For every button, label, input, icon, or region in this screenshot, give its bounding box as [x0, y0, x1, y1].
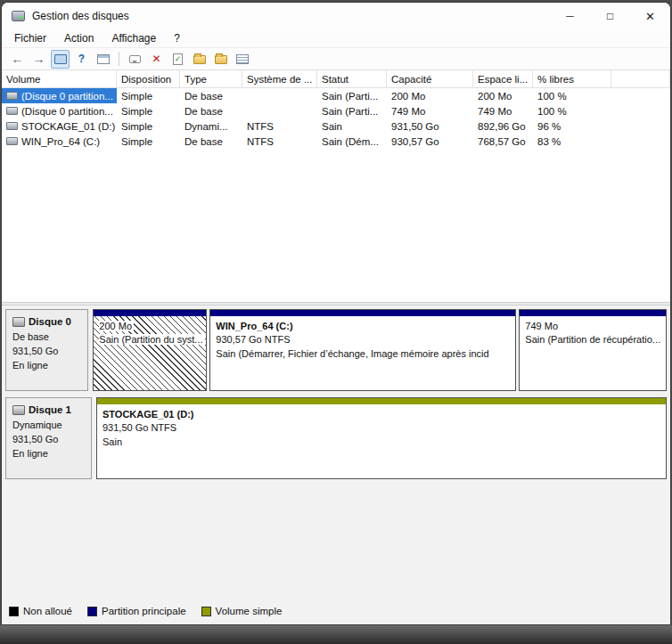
volume-status: Sain	[102, 436, 660, 449]
disk-type: De base	[12, 330, 81, 345]
legend: Non alloué Partition principale Volume s…	[9, 606, 282, 616]
grid-icon	[97, 54, 110, 64]
volume-color-bar	[97, 398, 666, 404]
open-folder-icon[interactable]	[190, 50, 209, 69]
col-espace-libre[interactable]: Espace li...	[473, 70, 533, 87]
legend-item-primary-partition: Partition principale	[87, 606, 186, 616]
col-volume[interactable]: Volume	[2, 70, 117, 87]
minimize-button[interactable]: ─	[550, 3, 590, 29]
table-header: Volume Disposition Type Système de ... S…	[2, 70, 670, 88]
table-row[interactable]: (Disque 0 partition... Simple De base Sa…	[2, 103, 670, 118]
partition-size: 200 Mo	[99, 321, 134, 331]
col-disposition[interactable]: Disposition	[117, 70, 180, 87]
volume-icon	[6, 137, 18, 145]
disk-name: Disque 0	[29, 314, 71, 330]
window-title: Gestion des disques	[32, 10, 129, 22]
table-row[interactable]: WIN_Pro_64 (C:) Simple De base NTFS Sain…	[2, 134, 670, 149]
export-list-icon[interactable]	[94, 50, 112, 69]
app-icon	[12, 11, 25, 21]
desktop-strip	[0, 625, 672, 644]
action-callout-icon[interactable]	[126, 50, 144, 69]
explore-folder-icon[interactable]	[211, 50, 230, 69]
disk-management-window: Gestion des disques ─ □ ✕ Fichier Action…	[1, 2, 671, 625]
folder-icon	[215, 55, 227, 64]
col-capacite[interactable]: Capacité	[387, 70, 473, 87]
volume-name: STOCKAGE_01 (D:)	[102, 408, 660, 421]
partition-color-bar	[210, 310, 515, 316]
disk-icon	[12, 317, 25, 327]
console-tree-toggle-icon[interactable]	[51, 50, 70, 69]
back-icon[interactable]: ←	[8, 50, 27, 69]
menubar: Fichier Action Affichage ?	[2, 29, 670, 48]
col-statut[interactable]: Statut	[317, 70, 387, 87]
list-icon	[236, 54, 249, 64]
col-pct-libres[interactable]: % libres	[533, 70, 611, 87]
partition-status: Sain (Partition de récupératio...	[525, 333, 660, 346]
volume-icon	[6, 107, 18, 115]
graphical-view: Disque 0 De base 931,50 Go En ligne 200 …	[2, 306, 670, 624]
menu-fichier[interactable]: Fichier	[5, 30, 55, 46]
disk-1-row: Disque 1 Dynamique 931,50 Go En ligne ST…	[5, 397, 667, 479]
legend-label: Non alloué	[23, 606, 72, 616]
attributes-list-icon[interactable]	[233, 50, 251, 69]
maximize-button[interactable]: □	[590, 3, 630, 29]
disk-0-row: Disque 0 De base 931,50 Go En ligne 200 …	[5, 309, 667, 391]
disk-name: Disque 1	[29, 403, 71, 418]
properties-check-icon[interactable]: ✓	[168, 50, 187, 69]
forward-icon[interactable]: →	[29, 50, 48, 69]
disk-type: Dynamique	[12, 419, 85, 433]
menu-affichage[interactable]: Affichage	[102, 30, 165, 46]
partition-color-bar	[94, 310, 206, 316]
unallocated-swatch	[9, 607, 19, 616]
toolbar-separator	[119, 52, 119, 66]
partition-recovery[interactable]: 749 Mo Sain (Partition de récupératio...	[519, 309, 667, 391]
titlebar: Gestion des disques ─ □ ✕	[2, 3, 670, 29]
callout-icon	[129, 55, 141, 63]
volume-icon	[6, 92, 18, 100]
table-row[interactable]: (Disque 0 partition... Simple De base Sa…	[2, 88, 670, 103]
legend-label: Volume simple	[216, 606, 283, 616]
volume-name: (Disque 0 partition...	[21, 106, 113, 117]
toolbar: ← → ? ✕ ✓	[2, 48, 670, 70]
window-controls: ─ □ ✕	[550, 3, 670, 29]
volume-name: STOCKAGE_01 (D:)	[21, 121, 115, 132]
col-filler	[611, 70, 670, 87]
table-row[interactable]: STOCKAGE_01 (D:) Simple Dynami... NTFS S…	[2, 118, 670, 134]
disk-0-header[interactable]: Disque 0 De base 931,50 Go En ligne	[5, 309, 88, 391]
menu-action[interactable]: Action	[55, 30, 102, 46]
col-type[interactable]: Type	[180, 70, 242, 87]
legend-item-unallocated: Non alloué	[9, 606, 72, 616]
volume-d[interactable]: STOCKAGE_01 (D:) 931,50 Go NTFS Sain	[96, 397, 667, 479]
disk-status: En ligne	[12, 359, 81, 373]
disk-icon	[12, 405, 25, 415]
primary-partition-swatch	[87, 607, 97, 616]
partition-efi[interactable]: 200 Mo Sain (Partition du syst...	[93, 309, 207, 391]
volume-icon	[6, 122, 18, 130]
partition-status: Sain (Partition du syst...	[99, 334, 204, 345]
disk-size: 931,50 Go	[12, 433, 85, 447]
menu-help[interactable]: ?	[165, 30, 189, 46]
partition-size: 749 Mo	[525, 320, 660, 333]
legend-item-simple-volume: Volume simple	[201, 606, 283, 616]
legend-label: Partition principale	[102, 606, 186, 616]
volume-name: WIN_Pro_64 (C:)	[21, 136, 100, 147]
monitor-icon	[54, 54, 67, 64]
disk-1-header[interactable]: Disque 1 Dynamique 931,50 Go En ligne	[5, 397, 92, 479]
partition-status: Sain (Démarrer, Fichier d’échange, Image…	[216, 347, 510, 361]
partition-c[interactable]: WIN_Pro_64 (C:) 930,57 Go NTFS Sain (Dém…	[209, 309, 516, 391]
volume-size: 931,50 Go NTFS	[102, 421, 660, 435]
delete-volume-icon[interactable]: ✕	[147, 50, 166, 69]
help-icon[interactable]: ?	[72, 50, 91, 69]
volume-name: (Disque 0 partition...	[21, 91, 113, 102]
partition-color-bar	[520, 310, 666, 316]
close-button[interactable]: ✕	[630, 3, 670, 29]
disk-status: En ligne	[12, 447, 85, 461]
partition-size: 930,57 Go NTFS	[216, 333, 510, 346]
folder-icon	[193, 55, 206, 64]
partition-name: WIN_Pro_64 (C:)	[216, 320, 510, 333]
simple-volume-swatch	[201, 607, 211, 616]
col-systeme[interactable]: Système de ...	[242, 70, 317, 87]
disk-size: 931,50 Go	[12, 345, 81, 359]
volumes-list: Volume Disposition Type Système de ... S…	[2, 70, 670, 302]
